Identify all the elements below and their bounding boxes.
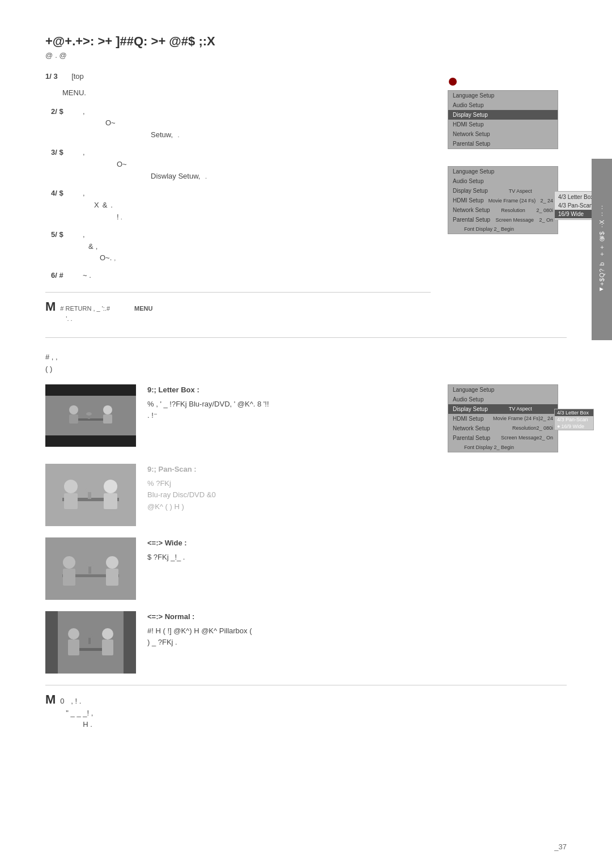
svg-point-11 [104,480,117,493]
m-letter: M [45,299,56,314]
page-number: _37 [554,842,567,851]
page-header: +@+.+>: >+ ]##Q: >+ @#$ ;:X @ . @ [45,34,567,60]
svg-rect-4 [103,414,112,424]
normal-text: <=:> Normal : #! H ( !] @K^) H @K^ Pilla… [147,611,567,649]
tv-menu-bot-lang: Language Setup [448,167,558,176]
panscan-couple-illustration [45,464,136,526]
image-row-wide: <=:> Wide : $ ?FKj _!_ . [45,537,567,600]
letterbox-content [45,396,136,435]
panscan-text: 9:; Pan-Scan : % ?FKj Blu-ray Disc/DVD &… [147,464,567,513]
svg-point-1 [69,405,78,414]
tv-menu-bot-font: Font Display 2_ Begin [448,225,558,234]
svg-point-14 [85,488,94,492]
svg-point-25 [68,628,79,640]
bottom-m-text: 0 , ! . " _ _ _! , H . [60,696,93,731]
step-2: 2/ $ , O~ Setuw, . [51,106,431,141]
tv-menu-row-parental: Parental Setup [448,139,558,149]
tv-menu-top-area: Language Setup Audio Setup Display Setup… [448,77,567,324]
tv-menu-top: Language Setup Audio Setup Display Setup… [448,90,558,149]
steps-section: 1/ 3 [top MENU. 2/ $ , O~ Setuw, . [45,71,431,324]
display-setup-row: Display Setup TV Aspect 4/3 Letter Box 4… [448,404,558,414]
image-row-panscan: 9:; Pan-Scan : % ?FKj Blu-ray Disc/DVD &… [45,464,567,526]
step-6: 6/ # ~ . [51,270,431,282]
aspect-opt-panscan[interactable]: 4/3 Pan-Scan [555,416,593,423]
svg-point-17 [63,556,75,569]
panscan-image [45,464,136,526]
letterbox-top-bar [45,384,136,396]
step-5: 5/ $ , & , O~., [51,229,431,264]
tv-menu-bot-audio: Audio Setup [448,176,558,186]
steps-list: 2/ $ , O~ Setuw, . 3/ $ , O~ Diswlay Set… [51,106,431,282]
tv-menu-row-display: Display Setup [448,110,558,120]
svg-rect-2 [69,414,78,424]
image-row-letterbox: 9:; Letter Box : % , ' _ !?FKj Blu-ray/D… [45,384,567,452]
svg-point-19 [106,556,118,569]
intro-text: # , , ( ) [45,352,567,375]
bottom-m-letter: M [45,692,56,707]
svg-rect-20 [106,569,118,586]
svg-point-3 [103,405,112,414]
tv-menu-bot-network: Network Setup Resolution 2_ 080i [448,205,558,215]
aspect-opt-letterbox[interactable]: 4/3 Letter Box [555,409,593,416]
wide-image [45,537,136,600]
red-dot-icon [449,78,457,86]
aspect-opt-wide-selected[interactable]: ●16/9 Wide [555,423,593,430]
tv-menu-bottom: Language Setup Audio Setup Display Setup… [448,166,558,234]
tv-menu-bot-display: Display Setup TV Aspect 4/3 Letter Box 4… [448,186,558,196]
svg-rect-21 [88,566,91,574]
aspect-dropdown: 4/3 Letter Box 4/3 Pan-Scan ●16/9 Wide [554,409,594,430]
svg-point-6 [86,412,92,416]
svg-point-22 [86,562,94,566]
tv-menu-row-audio: Audio Setup [448,100,558,110]
tv-menu-bot-parental: Parental Setup Screen Message 2_ On [448,215,558,225]
section-divider [45,337,567,338]
image-row-normal: <=:> Normal : #! H ( !] @K^) H @K^ Pilla… [45,611,567,674]
header-subtitle-sub: . @ [55,51,66,60]
svg-rect-13 [88,491,91,499]
letterbox-bottom-bar [45,435,136,447]
step-3: 3/ $ , O~ Diswlay Setuw, . [51,147,431,182]
wide-text: <=:> Wide : $ ?FKj _!_ . [147,537,567,564]
step-4: 4/ $ , X & . ! . [51,188,431,223]
bottom-m-note: M 0 , ! . " _ _ _! , H . [45,685,567,731]
svg-rect-18 [63,569,75,586]
letterbox-text: 9:; Letter Box : % , ' _ !?FKj Blu-ray/D… [147,384,436,422]
svg-rect-26 [68,640,79,655]
main-content: +@+.+>: >+ ]##Q: >+ @#$ ;:X @ . @ 1/ 3 [… [0,0,612,765]
svg-rect-0 [74,418,108,421]
tv-menu-bot-hdmi: HDMI Setup Movie Frame (24 Fs) 2_ 24 [448,196,558,205]
side-tab: ◄+$Q? b ＋＋＠#$：X：： [592,159,612,340]
normal-content [58,611,124,674]
svg-point-9 [64,480,78,493]
tv-menu-letterbox-right: Language Setup Audio Setup Display Setup… [448,384,558,452]
m-note-section: M # RETURN , _ ':.# MENU '. . [45,292,431,324]
wide-couple-illustration [45,537,136,600]
pillarbox-left [45,611,58,674]
menu-label: MENU. [62,87,431,99]
red-dot-indicator [449,77,567,88]
pillarbox-right [124,611,136,674]
normal-image [45,611,136,674]
svg-rect-10 [64,493,78,509]
m-note-text: # RETURN , _ ':.# MENU '. . [60,304,152,324]
side-tab-text: ◄+$Q? b ＋＋＠#$：X：： [598,206,606,293]
svg-rect-12 [104,493,117,509]
letterbox-menu-right: Language Setup Audio Setup Display Setup… [448,384,567,452]
page-title: +@+.+>: >+ ]##Q: >+ @#$ ;:X [45,34,567,49]
tv-menu-row-network: Network Setup [448,129,558,139]
tv-menu-row-lang: Language Setup [448,91,558,100]
letterbox-image [45,384,136,447]
normal-couple-illustration [58,611,124,674]
svg-point-30 [86,634,93,638]
svg-rect-28 [102,640,113,655]
header-subtitle-label: @ [45,51,53,60]
step-1-num: 1/ 3 [top [45,71,84,83]
svg-rect-29 [88,637,91,644]
letterbox-couple-illustration [57,399,125,433]
svg-point-27 [102,628,113,640]
tv-menu-row-hdmi: HDMI Setup [448,120,558,129]
